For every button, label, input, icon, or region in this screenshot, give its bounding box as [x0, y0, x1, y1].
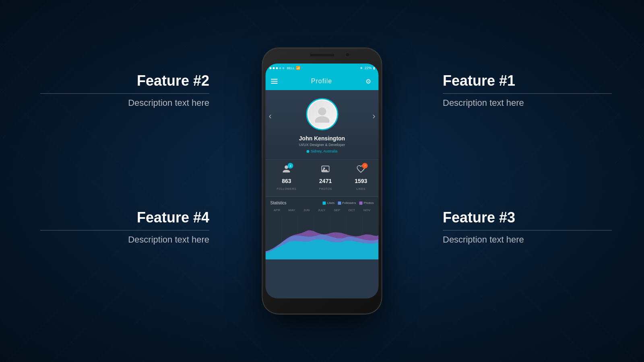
phone-camera [346, 53, 349, 56]
status-right: ∗ 22% ▮ [360, 66, 374, 70]
signal-dot-5 [283, 67, 285, 69]
app-title: Profile [311, 78, 332, 85]
legend-photos-dot [359, 202, 363, 205]
svg-point-3 [323, 167, 325, 169]
location-dot-icon [307, 150, 310, 153]
feature-3-divider [443, 230, 612, 230]
signal-dot-4 [279, 67, 281, 69]
svg-point-1 [315, 116, 329, 123]
feature-3-title: Feature #3 [443, 209, 612, 226]
chart-title: Statistics [270, 201, 287, 205]
feature-4-title: Feature #4 [40, 209, 209, 226]
likes-count: 1593 [355, 178, 367, 184]
chart-months: APR MAY JUN JULY SEP OCT NOV [266, 208, 379, 215]
settings-icon[interactable]: ⚙ [365, 78, 373, 85]
photos-count: 2471 [319, 178, 332, 184]
profile-role: UI/UX Designer & Developer [266, 143, 379, 147]
photos-icon [321, 165, 330, 175]
photos-label: PHOTOS [319, 187, 332, 190]
feature-3-section: Feature #3 Description text here [443, 209, 612, 245]
feature-1-divider [443, 93, 612, 94]
likes-label: LIKES [357, 187, 365, 190]
phone-body: BELL 📶 ∗ 22% ▮ Profile ⚙ [263, 48, 382, 314]
svg-point-0 [318, 107, 326, 115]
legend-photos-label: Photos [364, 201, 374, 205]
legend-likes-label: Likes [327, 201, 335, 205]
followers-label: FOLLOWERS [277, 187, 296, 190]
avatar [306, 98, 338, 130]
signal-dot-3 [276, 67, 278, 69]
chart-legend: Likes Followers Photos [323, 201, 374, 205]
feature-1-description: Description text here [443, 98, 612, 108]
phone-screen: BELL 📶 ∗ 22% ▮ Profile ⚙ [266, 64, 379, 298]
legend-followers: Followers [338, 201, 356, 205]
location-text: Sidney, Australia [311, 149, 337, 153]
feature-4-divider [40, 230, 209, 230]
hamburger-line-2 [271, 81, 278, 82]
chart-area [266, 215, 379, 259]
profile-section: ‹ › John Kensington UI/UX Designer [266, 90, 379, 159]
avatar-placeholder [308, 100, 336, 128]
bluetooth-icon: ∗ [360, 66, 363, 70]
feature-2-section: Feature #2 Description text here [40, 72, 209, 108]
followers-badge: 4 [288, 163, 293, 169]
app-header: Profile ⚙ [266, 72, 379, 90]
avatar-container [306, 98, 338, 130]
feature-4-section: Feature #4 Description text here [40, 209, 209, 245]
month-jun: JUN [303, 208, 310, 212]
legend-photos: Photos [359, 201, 374, 205]
profile-name: John Kensington [266, 135, 379, 142]
legend-likes: Likes [323, 201, 335, 205]
legend-followers-label: Followers [342, 201, 356, 205]
chart-section: Statistics Likes Followers Photos [266, 197, 379, 259]
nav-arrow-right[interactable]: › [372, 112, 375, 121]
hamburger-line-1 [271, 79, 278, 80]
chart-header: Statistics Likes Followers Photos [266, 201, 379, 208]
month-oct: OCT [349, 208, 355, 212]
battery-level: 22% [364, 66, 372, 70]
legend-likes-dot [323, 202, 326, 205]
statistics-chart [266, 215, 379, 259]
month-apr: APR [274, 208, 280, 212]
stat-likes[interactable]: 7 1593 LIKES [355, 165, 367, 191]
signal-dot-2 [273, 67, 275, 69]
wifi-icon: 📶 [296, 66, 300, 70]
phone-speaker [310, 54, 334, 56]
feature-1-title: Feature #1 [443, 72, 612, 89]
status-left: BELL 📶 [270, 66, 301, 70]
feature-1-section: Feature #1 Description text here [443, 72, 612, 108]
month-nov: NOV [363, 208, 370, 212]
battery-icon: ▮ [373, 66, 375, 70]
month-sep: SEP [334, 208, 340, 212]
month-may: MAY [289, 208, 295, 212]
menu-icon[interactable] [271, 79, 278, 84]
feature-2-description: Description text here [40, 98, 209, 108]
stats-section: 4 863 FOLLOWERS [266, 159, 379, 196]
stat-followers[interactable]: 4 863 FOLLOWERS [277, 165, 296, 191]
profile-location: Sidney, Australia [266, 149, 379, 153]
status-bar: BELL 📶 ∗ 22% ▮ [266, 64, 379, 72]
nav-arrow-left[interactable]: ‹ [269, 112, 272, 121]
phone-mockup: BELL 📶 ∗ 22% ▮ Profile ⚙ [263, 48, 382, 314]
feature-4-description: Description text here [40, 234, 209, 245]
likes-badge: 7 [362, 163, 368, 169]
followers-count: 863 [277, 178, 296, 184]
avatar-silhouette-icon [314, 106, 330, 123]
legend-followers-dot [338, 202, 341, 205]
feature-3-description: Description text here [443, 234, 612, 245]
feature-2-divider [40, 93, 209, 94]
stat-photos[interactable]: 2471 PHOTOS [319, 165, 332, 191]
feature-2-title: Feature #2 [40, 72, 209, 89]
signal-dot-1 [270, 67, 272, 69]
month-july: JULY [318, 208, 326, 212]
carrier-name: BELL [287, 66, 295, 70]
hamburger-line-3 [271, 83, 278, 84]
